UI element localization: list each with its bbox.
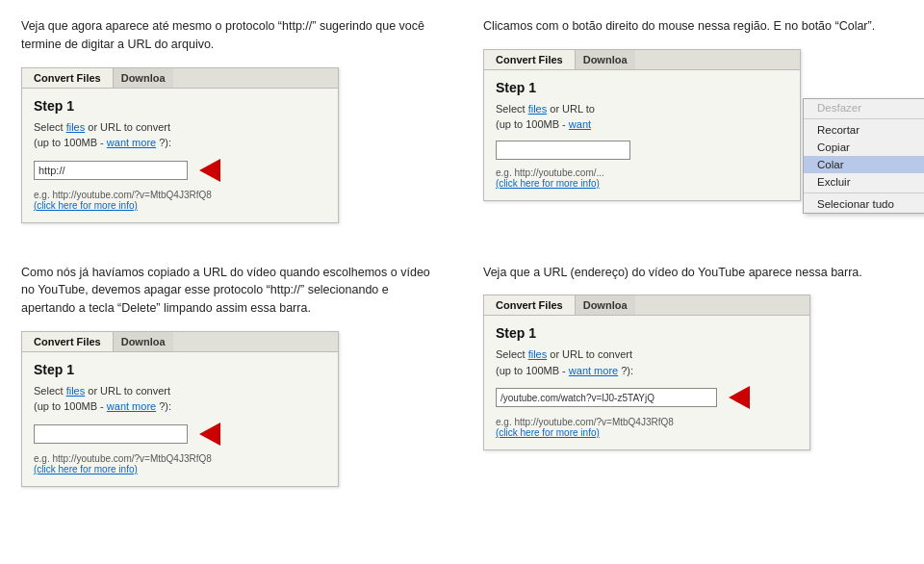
red-arrow-bl xyxy=(199,423,220,446)
eg-text-br: e.g. http://youtube.com/?v=MtbQ4J3RfQ8 (… xyxy=(496,417,798,438)
step-title-bl: Step 1 xyxy=(34,362,326,377)
red-arrow-tl xyxy=(199,159,220,182)
want-more-link-tl[interactable]: want more xyxy=(107,137,156,148)
tab-convert-files-tr[interactable]: Convert Files xyxy=(484,50,576,69)
url-input-bl[interactable] xyxy=(34,424,188,444)
files-link-br[interactable]: files xyxy=(528,348,548,360)
cell-bottom-left-text: Como nós já havíamos copiado a URL do ví… xyxy=(21,264,441,318)
want-more-link-bl[interactable]: want more xyxy=(107,400,156,412)
more-info-link-tl[interactable]: (click here for more info) xyxy=(34,200,138,211)
convert-tabs-tr: Convert Files Downloa xyxy=(484,50,800,70)
convert-ui-top-left: Convert Files Downloa Step 1 Select file… xyxy=(21,67,339,223)
tab-convert-files[interactable]: Convert Files xyxy=(22,68,114,88)
url-input-row-tr xyxy=(496,141,788,160)
files-link-tr[interactable]: files xyxy=(528,103,548,115)
step-desc-bl: Select files or URL to convert (up to 10… xyxy=(34,383,326,415)
eg-text-tr: e.g. http://youtube.com/... (click here … xyxy=(496,167,788,189)
convert-body-br: Step 1 Select files or URL to convert (u… xyxy=(484,316,809,449)
tab-convert-files-br[interactable]: Convert Files xyxy=(484,295,576,315)
step-title-tr: Step 1 xyxy=(496,80,788,95)
url-input-row xyxy=(34,159,326,182)
menu-item-excluir[interactable]: Excluir xyxy=(804,173,924,191)
cell-bottom-left: Como nós já havíamos copiado a URL do ví… xyxy=(0,246,462,510)
files-link-bl[interactable]: files xyxy=(66,385,86,397)
cell-top-left-text: Veja que agora aparece até mesmo o proto… xyxy=(21,17,441,54)
convert-tabs-br: Convert Files Downloa xyxy=(484,295,809,316)
convert-body: Step 1 Select files or URL to convert (u… xyxy=(22,89,338,222)
url-input-row-bl xyxy=(34,423,326,446)
eg-text-tl: e.g. http://youtube.com/?v=MtbQ4J3RfQ8 (… xyxy=(34,190,326,211)
tab-download-br[interactable]: Downloa xyxy=(576,295,635,315)
eg-text-bl: e.g. http://youtube.com/?v=MtbQ4J3RfQ8 (… xyxy=(34,453,326,474)
cell-top-right: Clicamos com o botão direito do mouse ne… xyxy=(462,0,924,246)
red-arrow-br xyxy=(729,386,750,409)
more-info-link-tr[interactable]: (click here for more info) xyxy=(496,178,600,189)
tab-download-tr[interactable]: Downloa xyxy=(576,50,635,69)
menu-item-selecionar-tudo[interactable]: Selecionar tudo xyxy=(804,195,924,213)
step-desc-br: Select files or URL to convert (up to 10… xyxy=(496,346,798,378)
tab-convert-files-bl[interactable]: Convert Files xyxy=(22,332,114,351)
convert-ui-bottom-right: Convert Files Downloa Step 1 Select file… xyxy=(483,295,810,450)
step-title: Step 1 xyxy=(34,98,326,114)
url-input-row-br xyxy=(496,386,798,409)
step-desc-tr: Select files or URL to (up to 100MB - wa… xyxy=(496,101,788,133)
cell-top-left: Veja que agora aparece até mesmo o proto… xyxy=(0,0,462,246)
more-info-link-bl[interactable]: (click here for more info) xyxy=(34,464,138,474)
cell-bottom-right: Veja que a URL (endereço) do vídeo do Yo… xyxy=(462,246,924,510)
convert-body-bl: Step 1 Select files or URL to convert (u… xyxy=(22,352,338,486)
convert-body-tr: Step 1 Select files or URL to (up to 100… xyxy=(484,70,800,200)
context-menu: Desfazer Recortar Copiar Colar Excluir S… xyxy=(803,98,924,214)
menu-item-recortar[interactable]: Recortar xyxy=(804,121,924,139)
files-link[interactable]: files xyxy=(66,121,86,133)
url-input-tl[interactable] xyxy=(34,161,188,180)
url-input-tr[interactable] xyxy=(496,141,630,160)
convert-ui-top-right: Convert Files Downloa Step 1 Select file… xyxy=(483,49,801,201)
step-title-br: Step 1 xyxy=(496,325,798,341)
menu-item-copiar[interactable]: Copiar xyxy=(804,139,924,156)
convert-tabs-bl: Convert Files Downloa xyxy=(22,332,338,352)
menu-separator-2 xyxy=(804,192,924,193)
menu-item-colar[interactable]: Colar xyxy=(804,156,924,173)
url-input-br[interactable] xyxy=(496,388,717,407)
menu-separator-1 xyxy=(804,118,924,119)
tab-download[interactable]: Downloa xyxy=(114,68,173,88)
convert-ui-bottom-left: Convert Files Downloa Step 1 Select file… xyxy=(21,331,339,487)
step-desc: Select files or URL to convert (up to 10… xyxy=(34,119,326,151)
menu-item-desfazer[interactable]: Desfazer xyxy=(804,99,924,116)
tab-download-bl[interactable]: Downloa xyxy=(114,332,173,351)
want-more-link-br[interactable]: want more xyxy=(569,365,618,376)
page: Veja que agora aparece até mesmo o proto… xyxy=(0,0,924,510)
want-more-link-tr[interactable]: want xyxy=(569,118,591,130)
convert-tabs: Convert Files Downloa xyxy=(22,68,338,89)
cell-bottom-right-text: Veja que a URL (endereço) do vídeo do Yo… xyxy=(483,264,862,282)
cell-top-right-text: Clicamos com o botão direito do mouse ne… xyxy=(483,17,875,36)
more-info-link-br[interactable]: (click here for more info) xyxy=(496,427,600,438)
